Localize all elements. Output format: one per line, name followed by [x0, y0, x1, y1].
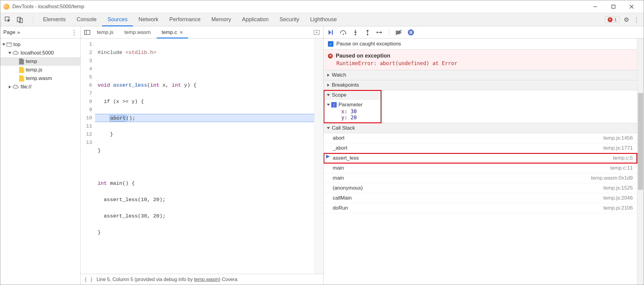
- file-tree: top localhost:5000 temp temp.js temp.was…: [0, 38, 80, 93]
- paused-exception-banner: ✕Paused on exception RuntimeError: abort…: [324, 50, 637, 70]
- function-badge-icon: f: [331, 102, 337, 108]
- cloud-icon: [13, 85, 19, 89]
- debugger-body: ✓ Pause on caught exceptions ✕Paused on …: [324, 38, 644, 285]
- inspect-icon[interactable]: [5, 16, 11, 23]
- checkbox-checked-icon[interactable]: ✓: [328, 41, 333, 47]
- titlebar: DevTools - localhost:5000/temp: [0, 0, 644, 13]
- main-tabs: Elements Console Sources Network Perform…: [0, 13, 644, 26]
- step-out-icon[interactable]: [364, 28, 372, 36]
- tree-file-tempwasm[interactable]: temp.wasm: [0, 74, 80, 83]
- nav-more-icon[interactable]: ⋮: [71, 29, 77, 36]
- callstack-frame[interactable]: _aborttemp.js:1771: [324, 143, 637, 153]
- pause-exceptions-icon[interactable]: [407, 28, 415, 36]
- tree-file-temp[interactable]: temp: [0, 57, 80, 66]
- close-button[interactable]: [623, 0, 641, 13]
- window-title: DevTools - localhost:5000/temp: [12, 4, 84, 10]
- error-icon: ✕: [608, 17, 613, 22]
- settings-icon[interactable]: ⚙: [624, 16, 629, 23]
- scope-section[interactable]: Scope: [324, 90, 381, 100]
- frame-function: doRun: [333, 205, 348, 211]
- resume-icon[interactable]: [327, 28, 335, 36]
- code-content: #include <stdlib.h> void assert_less(int…: [95, 38, 314, 274]
- nav-tabs-overflow-icon[interactable]: »: [17, 29, 20, 35]
- file-tab-tempwasm[interactable]: temp.wasm: [120, 26, 156, 38]
- run-snippet-icon[interactable]: [313, 30, 320, 35]
- window-icon: [7, 42, 12, 47]
- callstack-frame[interactable]: assert_lesstemp.c:5: [324, 153, 637, 163]
- svg-rect-22: [410, 31, 411, 34]
- tab-elements[interactable]: Elements: [38, 13, 71, 26]
- callstack-section[interactable]: Call Stack: [324, 123, 637, 133]
- exception-message: RuntimeError: abort(undefined) at Error: [328, 59, 633, 66]
- pretty-print-icon[interactable]: { }: [84, 277, 93, 282]
- maximize-button[interactable]: [604, 0, 623, 13]
- svg-rect-7: [7, 43, 12, 47]
- code-editor[interactable]: 12345678910111213 #include <stdlib.h> vo…: [81, 38, 323, 274]
- debugger-scrollbar[interactable]: [637, 38, 644, 285]
- tab-security[interactable]: Security: [274, 13, 305, 26]
- scope-var-x[interactable]: x: 30: [324, 108, 381, 114]
- tab-sources[interactable]: Sources: [102, 13, 133, 26]
- tree-file-tempjs[interactable]: temp.js: [0, 66, 80, 74]
- file-tab-tempc[interactable]: temp.c✕: [157, 26, 188, 38]
- current-frame-icon: ▶: [326, 153, 330, 159]
- device-icon[interactable]: [17, 16, 23, 23]
- breakpoints-section[interactable]: Breakpoints: [324, 80, 637, 90]
- svg-point-18: [377, 31, 378, 33]
- scope-var-y[interactable]: y: 20: [324, 114, 381, 121]
- pause-on-caught-row[interactable]: ✓ Pause on caught exceptions: [324, 38, 637, 50]
- debug-source-link[interactable]: temp.wasm: [194, 277, 219, 282]
- frame-function: (anonymous): [333, 185, 363, 191]
- tab-performance[interactable]: Performance: [164, 13, 206, 26]
- toggle-navigator-icon[interactable]: [84, 30, 91, 35]
- tree-top[interactable]: top: [0, 40, 80, 49]
- tree-host[interactable]: localhost:5000: [0, 49, 80, 57]
- callstack-list: aborttemp.js:1456_aborttemp.js:1771▶asse…: [324, 133, 637, 213]
- frame-function: assert_less: [333, 155, 359, 161]
- more-icon[interactable]: ⋮: [633, 16, 639, 23]
- editor-tabs: temp.js temp.wasm temp.c✕: [81, 26, 323, 38]
- frame-function: _abort: [333, 145, 347, 151]
- callstack-frame[interactable]: aborttemp.js:1456: [324, 133, 637, 143]
- svg-rect-5: [17, 17, 21, 22]
- tab-memory[interactable]: Memory: [206, 13, 236, 26]
- error-count-badge[interactable]: ✕1: [605, 16, 619, 23]
- frame-location: temp.js:2046: [603, 195, 633, 201]
- app-icon: [3, 4, 9, 10]
- callstack-frame[interactable]: callMaintemp.js:2046: [324, 193, 637, 203]
- frame-location: temp.js:1456: [603, 135, 633, 141]
- step-over-icon[interactable]: [339, 28, 347, 36]
- tab-console[interactable]: Console: [71, 13, 102, 26]
- scope-body: fParameter x: 30 y: 20: [324, 100, 381, 123]
- step-into-icon[interactable]: [352, 28, 359, 36]
- nav-tab-page[interactable]: Page: [3, 29, 15, 35]
- callstack-frame[interactable]: doRuntemp.js:2106: [324, 203, 637, 213]
- minimize-button[interactable]: [586, 0, 604, 13]
- svg-rect-6: [19, 18, 22, 23]
- svg-rect-1: [612, 5, 615, 8]
- file-icon: [19, 75, 24, 81]
- tree-file-scheme[interactable]: file://: [0, 83, 80, 91]
- callstack-frame[interactable]: maintemp.c:11: [324, 163, 637, 173]
- frame-function: abort: [333, 135, 345, 141]
- callstack-frame[interactable]: (anonymous)temp.js:1525: [324, 183, 637, 193]
- code-scrollbar[interactable]: [314, 38, 323, 274]
- frame-function: main: [333, 175, 344, 181]
- file-tab-tempjs[interactable]: temp.js: [92, 26, 118, 38]
- error-icon: ✕: [328, 54, 333, 58]
- deactivate-breakpoints-icon[interactable]: [395, 28, 403, 36]
- cloud-icon: [13, 51, 19, 55]
- scope-group-parameter[interactable]: fParameter: [324, 101, 381, 108]
- watch-section[interactable]: Watch: [324, 70, 637, 80]
- tab-lighthouse[interactable]: Lighthouse: [305, 13, 342, 26]
- tab-application[interactable]: Application: [236, 13, 274, 26]
- file-icon: [19, 58, 24, 65]
- callstack-frame[interactable]: maintemp.wasm:0x1d9: [324, 173, 637, 183]
- close-tab-icon[interactable]: ✕: [180, 30, 183, 35]
- svg-rect-12: [332, 30, 333, 35]
- svg-rect-9: [84, 30, 90, 35]
- file-icon: [19, 67, 24, 73]
- frame-function: callMain: [333, 195, 352, 201]
- tab-network[interactable]: Network: [133, 13, 164, 26]
- step-icon[interactable]: [376, 28, 384, 36]
